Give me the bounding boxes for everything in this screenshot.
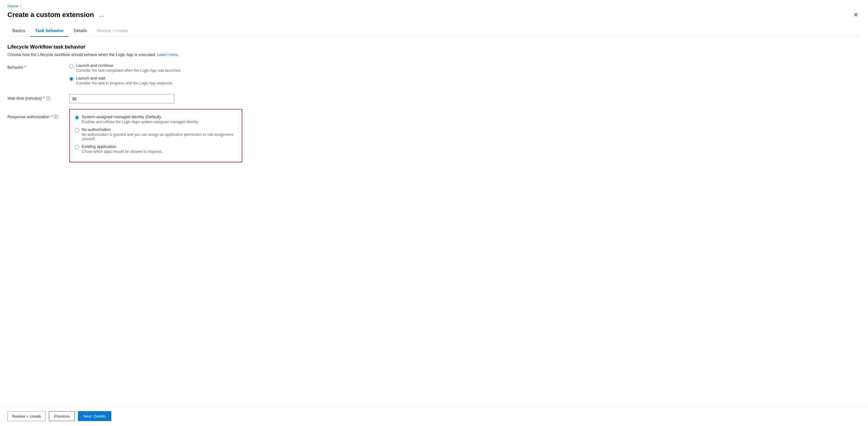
response-auth-info-icon: i — [54, 114, 58, 119]
ellipsis-menu-button[interactable]: … — [97, 11, 106, 19]
response-auth-label-wrapper: Response authorization * i — [7, 109, 69, 119]
response-auth-row: Response authorization * i System-assign… — [7, 109, 861, 163]
wait-time-label: Wait time (minutes) * i — [7, 94, 69, 101]
breadcrumb-chevron-icon: › — [20, 4, 21, 8]
no-auth-title: No authorization — [82, 127, 237, 132]
response-auth-box: System-assigned managed identity (Defaul… — [69, 109, 242, 163]
behavior-option-launch-wait: Launch and wait Consider the task in pro… — [69, 76, 861, 85]
section-description: Choose how the Lifecycle workflow should… — [7, 52, 861, 57]
previous-button[interactable]: Previous — [49, 411, 75, 421]
review-create-button[interactable]: Review + create — [7, 411, 46, 421]
response-auth-radio-system[interactable] — [75, 115, 79, 120]
wait-time-field: Wait time (minutes) * i — [7, 94, 861, 103]
launch-wait-desc: Consider the task in progress until the … — [76, 81, 173, 85]
behavior-label: Behavior * — [7, 63, 69, 69]
breadcrumb-home-link[interactable]: Home — [7, 4, 18, 8]
launch-continue-desc: Consider the task completed when the Log… — [76, 68, 181, 73]
footer: Review + create Previous Next: Details — [0, 406, 868, 426]
wait-time-content — [69, 94, 861, 103]
learn-more-link[interactable]: Learn more. — [157, 52, 179, 57]
behavior-required-star: * — [24, 65, 26, 69]
response-auth-option-existing-app: Existing application. Chose which apps s… — [75, 144, 237, 154]
next-button[interactable]: Next: Details — [78, 411, 111, 421]
breadcrumb: Home › — [7, 4, 861, 8]
page-title: Create a custom extension — [7, 11, 94, 19]
existing-app-title: Existing application. — [82, 144, 162, 149]
section-title: Lifecycle Workflow task behavior — [7, 44, 861, 50]
behavior-radio-launch-continue[interactable] — [69, 64, 73, 68]
wait-time-required-star: * — [43, 96, 44, 101]
page-header: Create a custom extension … ✕ — [7, 11, 861, 19]
existing-app-desc: Chose which apps should be allowed to re… — [82, 149, 162, 154]
no-auth-desc: No authorization is granted and you can … — [82, 133, 237, 141]
tab-bar: Basics Task behavior Details Review + cr… — [7, 25, 861, 37]
tab-review-create: Review + create — [92, 25, 133, 37]
behavior-options: Launch and continue Consider the task co… — [69, 63, 861, 88]
behavior-field: Behavior * Launch and continue Consider … — [7, 63, 861, 88]
response-auth-radio-no-auth[interactable] — [75, 128, 79, 133]
system-assigned-desc: Enables and utilizes the Logic Apps syst… — [82, 120, 199, 124]
launch-wait-title: Launch and wait — [76, 76, 173, 80]
behavior-option-launch-continue: Launch and continue Consider the task co… — [69, 63, 861, 73]
response-auth-option-no-auth: No authorization No authorization is gra… — [75, 127, 237, 141]
wait-time-info-icon: i — [46, 96, 51, 101]
tab-basics[interactable]: Basics — [7, 25, 30, 37]
launch-continue-title: Launch and continue — [76, 63, 181, 68]
tab-task-behavior[interactable]: Task behavior — [30, 25, 69, 37]
tab-details[interactable]: Details — [69, 25, 92, 37]
behavior-radio-launch-wait[interactable] — [69, 77, 73, 81]
response-auth-required-star: * — [51, 114, 53, 119]
system-assigned-title: System-assigned managed identity (Defaul… — [82, 114, 199, 119]
wait-time-input[interactable] — [69, 94, 174, 103]
response-auth-radio-existing-app[interactable] — [75, 145, 79, 149]
close-button[interactable]: ✕ — [851, 11, 861, 19]
response-auth-option-system: System-assigned managed identity (Defaul… — [75, 114, 237, 124]
